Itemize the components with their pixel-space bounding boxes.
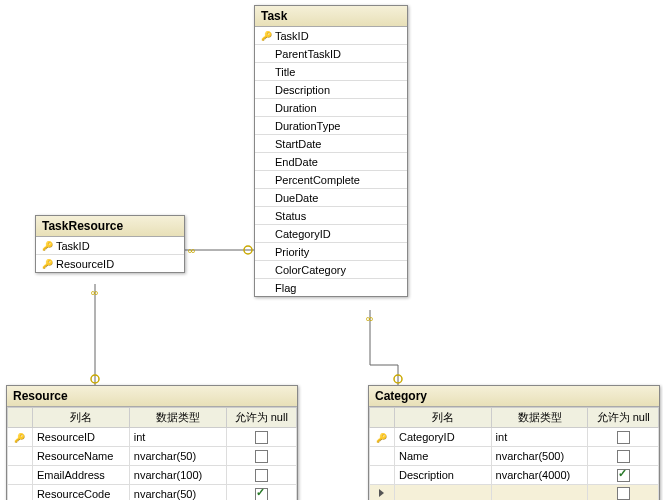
key-cell [370,447,395,466]
table-row[interactable]: Descriptionnvarchar(4000) [370,466,659,485]
column-nullable [588,466,659,485]
column-name: Name [394,447,491,466]
key-icon: 🔑 [40,258,54,269]
field-row[interactable]: DurationType [255,117,407,135]
field-row[interactable]: Priority [255,243,407,261]
table-row[interactable]: ResourceNamenvarchar(50) [8,447,297,466]
column-name: ResourceID [32,428,129,447]
field-row[interactable]: PercentComplete [255,171,407,189]
svg-text:∞: ∞ [366,313,373,324]
column-nullable [226,466,296,485]
field-name: Flag [273,282,403,294]
column-name: ResourceCode [32,485,129,501]
field-row[interactable]: Description [255,81,407,99]
field-name: Duration [273,102,403,114]
table-category[interactable]: Category 列名 数据类型 允许为 null 🔑CategoryIDint… [368,385,660,500]
column-nullable [226,485,296,501]
col-header-type: 数据类型 [491,408,588,428]
svg-text:∞: ∞ [91,287,98,298]
checkbox-icon [255,469,268,482]
field-row[interactable]: EndDate [255,153,407,171]
checkbox-icon [255,450,268,463]
col-header-name: 列名 [32,408,129,428]
key-cell [8,466,33,485]
table-row[interactable]: 🔑ResourceIDint [8,428,297,447]
field-row[interactable]: ColorCategory [255,261,407,279]
key-cell: 🔑 [8,428,33,447]
table-taskresource[interactable]: TaskResource 🔑TaskID🔑ResourceID [35,215,185,273]
key-icon: 🔑 [14,433,25,443]
column-type: int [491,428,588,447]
table-title: Resource [7,386,297,407]
table-task[interactable]: Task 🔑TaskIDParentTaskIDTitleDescription… [254,5,408,297]
field-name: Priority [273,246,403,258]
column-name: ResourceName [32,447,129,466]
column-nullable [226,447,296,466]
checkbox-icon [617,487,630,500]
row-indicator-icon [379,489,384,497]
field-name: PercentComplete [273,174,403,186]
column-nullable [588,447,659,466]
column-nullable [588,428,659,447]
field-name: TaskID [54,240,180,252]
checkbox-icon [255,431,268,444]
checkbox-icon [617,431,630,444]
col-header-type: 数据类型 [129,408,226,428]
column-type: int [129,428,226,447]
field-row[interactable]: Duration [255,99,407,117]
field-name: Status [273,210,403,222]
svg-point-9 [394,375,402,383]
field-row[interactable]: 🔑TaskID [255,27,407,45]
column-type: nvarchar(500) [491,447,588,466]
field-row[interactable]: StartDate [255,135,407,153]
table-title: Task [255,6,407,27]
key-cell: 🔑 [370,428,395,447]
field-name: DurationType [273,120,403,132]
table-row[interactable]: 🔑CategoryIDint [370,428,659,447]
field-name: Title [273,66,403,78]
column-name: EmailAddress [32,466,129,485]
key-cell [370,466,395,485]
table-row[interactable]: Namenvarchar(500) [370,447,659,466]
table-title: TaskResource [36,216,184,237]
table-title: Category [369,386,659,407]
table-row[interactable]: EmailAddressnvarchar(100) [8,466,297,485]
field-row[interactable]: DueDate [255,189,407,207]
key-icon: 🔑 [376,433,387,443]
field-row[interactable]: 🔑TaskID [36,237,184,255]
field-name: EndDate [273,156,403,168]
col-header-name: 列名 [394,408,491,428]
table-resource[interactable]: Resource 列名 数据类型 允许为 null 🔑ResourceIDint… [6,385,298,500]
svg-point-1 [244,246,252,254]
field-name: ParentTaskID [273,48,403,60]
key-icon: 🔑 [259,30,273,41]
field-row[interactable]: ParentTaskID [255,45,407,63]
field-name: StartDate [273,138,403,150]
field-row[interactable]: 🔑ResourceID [36,255,184,272]
checkbox-icon [617,450,630,463]
checkbox-icon [617,469,630,482]
svg-point-4 [91,375,99,383]
svg-text:∞: ∞ [188,245,195,256]
field-name: TaskID [273,30,403,42]
field-name: DueDate [273,192,403,204]
checkbox-icon [255,488,268,500]
column-name: CategoryID [394,428,491,447]
field-name: CategoryID [273,228,403,240]
field-name: Description [273,84,403,96]
field-row[interactable]: Flag [255,279,407,296]
key-cell [8,447,33,466]
column-type: nvarchar(50) [129,485,226,501]
field-row[interactable]: CategoryID [255,225,407,243]
column-type: nvarchar(50) [129,447,226,466]
column-type: nvarchar(100) [129,466,226,485]
column-name: Description [394,466,491,485]
field-row[interactable]: Status [255,207,407,225]
table-row[interactable]: ResourceCodenvarchar(50) [8,485,297,501]
selector-row[interactable] [370,485,659,501]
column-nullable [226,428,296,447]
field-name: ColorCategory [273,264,403,276]
field-row[interactable]: Title [255,63,407,81]
col-header-null: 允许为 null [588,408,659,428]
key-icon: 🔑 [40,240,54,251]
